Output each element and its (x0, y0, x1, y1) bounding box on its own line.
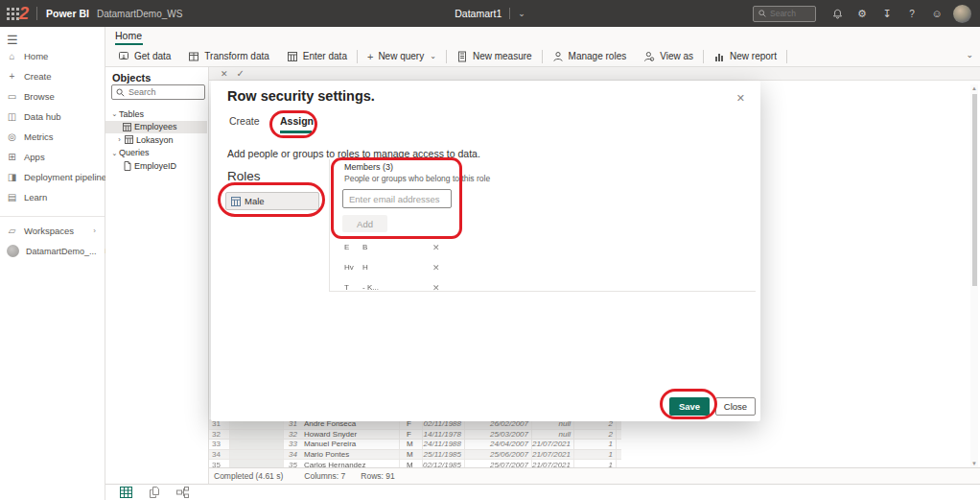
cell-gender: M (400, 440, 423, 449)
toolbar-separator (703, 50, 704, 63)
sidebar-item-workspaces[interactable]: ▱Workspaces› (0, 221, 105, 241)
grid-view-icon[interactable] (120, 487, 132, 498)
role-table-icon (231, 197, 241, 206)
help-icon: ? (909, 9, 915, 19)
table-row[interactable]: 34 34 Mario Pontes M 25/11/1985 25/06/20… (209, 450, 621, 461)
get-data-button[interactable]: Get data (109, 46, 179, 67)
table-row[interactable]: 33 33 Manuel Pereira M 24/11/1988 24/04/… (209, 440, 621, 450)
download-button[interactable]: ↧ (875, 0, 899, 27)
confirm-check-icon[interactable]: ✓ (237, 68, 245, 79)
power-bi-window: 2 Power BI DatamartDemo_WS Datamart1 ⌄ ⚙… (0, 0, 980, 500)
member-last-name: H (362, 263, 432, 272)
queries-view-icon[interactable] (149, 487, 160, 498)
new-query-button[interactable]: + New query ⌄ (359, 46, 445, 67)
cell-birth-date: 14/11/1978 (423, 430, 465, 440)
chevron-down-icon[interactable]: ⌄ (518, 9, 525, 18)
toolbar-button-label: Transform data (204, 51, 268, 61)
new-measure-button[interactable]: New measure (448, 46, 541, 67)
sidebar-item-create[interactable]: +Create (0, 66, 105, 86)
global-search-box[interactable] (753, 6, 816, 22)
sidebar-item-apps[interactable]: ⊞Apps (0, 147, 105, 167)
manage-roles-button[interactable]: Manage roles (544, 46, 636, 67)
search-icon (758, 10, 766, 17)
cell-name: Mario Pontes (300, 450, 400, 460)
sidebar-item-metrics[interactable]: ◎Metrics (0, 127, 105, 147)
dialog-close-icon[interactable]: ✕ (736, 92, 745, 105)
feedback-button[interactable]: ☺ (924, 0, 949, 27)
add-member-button[interactable]: Add (342, 215, 387, 232)
current-workspace-switcher[interactable]: DatamartDemo_...⊡⌄ (0, 241, 105, 261)
cell-employee-id: 33 (284, 440, 300, 449)
bar-chart-icon (713, 51, 725, 62)
vertical-scrollbar[interactable]: ▲ ▼ (970, 84, 978, 467)
role-name: Male (245, 196, 265, 206)
save-button[interactable]: Save (669, 397, 710, 416)
sidebar-item-label: Apps (24, 152, 45, 162)
tree-item-employeid[interactable]: EmployeID (105, 159, 207, 173)
tree-group-tables[interactable]: ⌄ Tables (105, 107, 207, 121)
chevron-expanded-icon: ⌄ (110, 109, 119, 118)
close-button[interactable]: Close (715, 397, 756, 416)
tab-create[interactable]: Create (229, 115, 260, 127)
selected-column-cell (230, 430, 284, 440)
query-document-icon (124, 161, 131, 171)
members-subheading: People or groups who belong to this role (344, 174, 490, 183)
get-data-icon (118, 51, 129, 62)
topbar-divider (36, 7, 37, 20)
search-input[interactable] (770, 9, 812, 18)
document-title[interactable]: Datamart1 (455, 8, 502, 19)
toolbar-button-label: Get data (134, 51, 171, 61)
notifications-button[interactable] (825, 0, 850, 27)
settings-button[interactable]: ⚙ (850, 0, 875, 27)
sidebar-item-deployment-pipelines[interactable]: ◨Deployment pipelines (0, 167, 105, 187)
cell-end-date: null (532, 430, 574, 440)
ribbon-overflow-chevron[interactable]: ⌄ (966, 50, 973, 60)
tree-item-lokasyon[interactable]: › Lokasyon (105, 133, 207, 147)
transform-data-button[interactable]: Transform data (179, 46, 277, 67)
view-as-button[interactable]: View as (635, 46, 702, 67)
scroll-down-icon[interactable]: ▼ (970, 461, 978, 466)
table-row[interactable]: 32 32 Howard Snyder F 14/11/1978 25/03/2… (209, 430, 621, 440)
remove-member-icon[interactable]: ✕ (432, 243, 440, 252)
view-switcher-bar (105, 484, 980, 500)
role-item-male[interactable]: Male (225, 192, 319, 210)
scrollbar-thumb[interactable] (972, 94, 977, 286)
help-button[interactable]: ? (899, 0, 924, 27)
email-input[interactable] (342, 189, 452, 208)
sidebar-item-data-hub[interactable]: ◫Data hub (0, 107, 105, 127)
model-view-icon[interactable] (176, 487, 189, 498)
remove-member-icon[interactable]: ✕ (432, 283, 440, 293)
product-name[interactable]: Power BI (46, 8, 89, 19)
tree-item-label: EmployeID (134, 161, 176, 171)
sidebar-item-learn[interactable]: ▤Learn (0, 187, 105, 207)
status-columns: Columns: 7 (304, 471, 345, 481)
enter-data-button[interactable]: Enter data (278, 46, 356, 67)
new-report-button[interactable]: New report (705, 46, 785, 67)
brand-logo[interactable]: 2 (19, 5, 29, 22)
table-row[interactable]: 35 35 Carlos Hernandez M 02/12/1985 25/0… (209, 460, 621, 467)
cell-hire-date: 24/04/2007 (465, 440, 532, 449)
row-number: 33 (209, 440, 230, 449)
cancel-icon[interactable]: ✕ (221, 69, 228, 79)
scroll-up-icon[interactable]: ▲ (970, 85, 978, 91)
user-avatar[interactable] (953, 5, 971, 23)
cell-gender: M (400, 450, 423, 460)
member-first-name: Hv (344, 263, 362, 272)
transform-data-icon (188, 51, 199, 62)
nav-collapse-button[interactable]: ☰ (0, 27, 105, 46)
objects-search-input[interactable] (128, 87, 196, 97)
sidebar-item-browse[interactable]: ▭Browse (0, 86, 105, 107)
workspace-name[interactable]: DatamartDemo_WS (97, 9, 182, 19)
tree-item-employees[interactable]: Employees (105, 121, 207, 134)
remove-member-icon[interactable]: ✕ (432, 263, 440, 273)
tab-assign[interactable]: Assign (280, 115, 314, 127)
objects-search-box[interactable] (111, 84, 205, 100)
cell-hire-date: 25/06/2007 (465, 450, 532, 460)
tree-group-queries[interactable]: ⌄ Queries (105, 147, 207, 160)
sidebar-item-label: Learn (24, 192, 47, 202)
tab-home[interactable]: Home (115, 30, 142, 41)
ribbon: Home Get data Transform data Enter data … (105, 27, 980, 67)
app-launcher-icon[interactable] (7, 8, 10, 11)
sidebar-item-home[interactable]: ⌂Home (0, 46, 105, 66)
dialog-title: Row security settings. (227, 88, 375, 104)
